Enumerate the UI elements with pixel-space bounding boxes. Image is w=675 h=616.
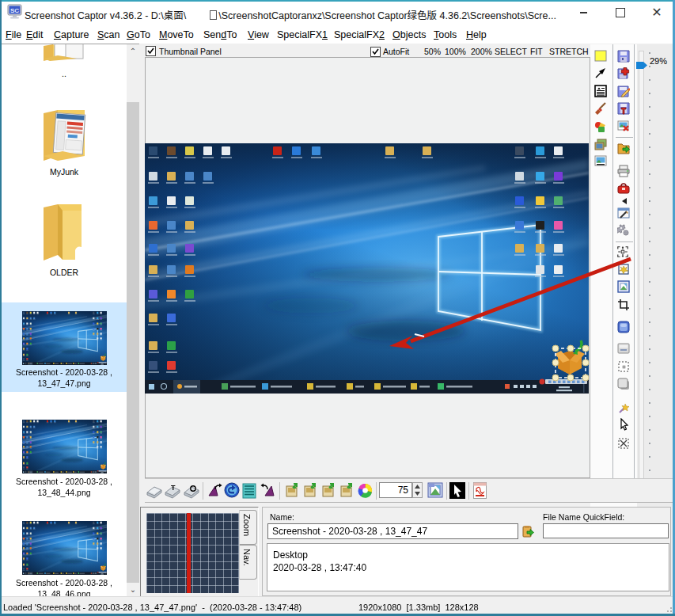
svg-text:T: T — [171, 484, 176, 492]
svg-text:SC: SC — [10, 7, 19, 14]
